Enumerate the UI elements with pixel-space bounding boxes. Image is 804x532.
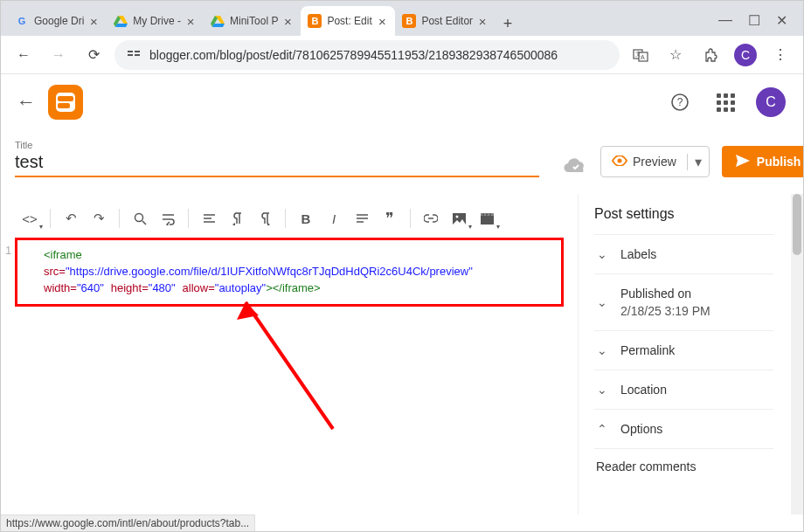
content-area: 1 <iframe src="https://drive.google.com/… [1, 194, 803, 515]
favicon-blogger: B [402, 14, 416, 28]
window-close-icon[interactable]: ✕ [776, 12, 787, 29]
favicon-drive [114, 14, 128, 28]
tab-label: Post: Edit [327, 15, 372, 27]
window-maximize-icon[interactable]: ☐ [748, 12, 760, 29]
browser-tab[interactable]: My Drive - × [107, 6, 204, 36]
chevron-up-icon: ⌃ [596, 422, 608, 436]
browser-menu-icon[interactable]: ⋮ [766, 41, 794, 69]
chevron-down-icon: ⌄ [596, 383, 608, 397]
title-label: Title [15, 140, 539, 150]
tab-label: My Drive - [133, 15, 181, 27]
preview-label: Preview [633, 155, 676, 169]
browser-status-bar: https://www.google.com/intl/en/about/pro… [1, 515, 255, 531]
settings-row-label: Permalink [620, 343, 675, 357]
send-icon [736, 155, 750, 169]
post-settings-panel: Post settings ⌄ Labels ⌄ Published on 2/… [578, 194, 791, 515]
html-editor[interactable]: 1 <iframe src="https://drive.google.com/… [1, 194, 578, 515]
settings-published-row[interactable]: ⌄ Published on 2/18/25 3:19 PM [594, 273, 773, 330]
settings-row-label: Options [620, 422, 662, 436]
site-info-icon[interactable] [127, 47, 141, 62]
eye-icon [612, 155, 627, 169]
app-back-button[interactable]: ← [17, 91, 36, 114]
bookmark-icon[interactable]: ☆ [662, 41, 690, 69]
chevron-down-icon: ⌄ [596, 247, 608, 261]
url-text: blogger.com/blog/post/edit/7810625789945… [149, 48, 558, 62]
extensions-icon[interactable] [697, 41, 724, 69]
new-tab-button[interactable]: + [496, 11, 520, 36]
address-bar[interactable]: blogger.com/blog/post/edit/7810625789945… [114, 40, 620, 70]
close-icon[interactable]: × [184, 14, 197, 29]
window-minimize-icon[interactable]: — [718, 12, 732, 29]
close-icon[interactable]: × [376, 14, 388, 29]
title-row: Title Preview ▾ Publish [1, 131, 803, 177]
settings-row-label: Labels [620, 247, 656, 261]
nav-back-button[interactable]: ← [10, 41, 38, 69]
browser-tab[interactable]: MiniTool P × [204, 6, 301, 36]
settings-location-row[interactable]: ⌄ Location [594, 370, 773, 409]
translate-icon[interactable]: 文A [627, 41, 655, 69]
settings-labels-row[interactable]: ⌄ Labels [594, 234, 773, 273]
tab-label: Post Editor [421, 15, 473, 27]
browser-tab[interactable]: G Google Dri × [8, 6, 107, 36]
apps-icon[interactable] [709, 86, 742, 119]
browser-tab-active[interactable]: B Post: Edit × [301, 6, 395, 36]
tab-label: Google Dri [34, 15, 84, 27]
settings-row-label: Location [620, 383, 667, 397]
svg-marker-5 [212, 24, 225, 27]
tab-label: MiniTool P [230, 15, 278, 27]
publish-button[interactable]: Publish [722, 146, 804, 177]
preview-button[interactable]: Preview ▾ [600, 146, 710, 177]
svg-rect-9 [135, 54, 140, 56]
settings-row-label: Published on [620, 287, 710, 301]
save-status-icon [564, 156, 588, 177]
settings-options-row[interactable]: ⌃ Options [594, 409, 773, 448]
post-settings-heading: Post settings [594, 194, 773, 234]
title-input[interactable] [15, 150, 539, 177]
nav-forward-button[interactable]: → [45, 41, 73, 69]
published-date: 2/18/25 3:19 PM [620, 304, 710, 318]
svg-point-16 [618, 159, 622, 163]
profile-button[interactable]: C [731, 41, 759, 69]
svg-marker-2 [115, 24, 128, 27]
browser-tab-strip: G Google Dri × My Drive - × MiniTool P ×… [1, 1, 803, 36]
line-number: 1 [0, 245, 11, 257]
app-header: ← ? C [1, 74, 803, 131]
chevron-down-icon: ⌄ [596, 295, 608, 309]
settings-permalink-row[interactable]: ⌄ Permalink [594, 330, 773, 370]
close-icon[interactable]: × [87, 14, 100, 29]
blogger-logo[interactable] [48, 85, 83, 120]
code-box[interactable]: <iframe src="https://drive.google.com/fi… [15, 238, 564, 307]
publish-label: Publish [757, 155, 801, 169]
close-icon[interactable]: × [476, 14, 489, 29]
browser-tab[interactable]: B Post Editor × [395, 6, 496, 36]
svg-rect-7 [135, 51, 140, 52]
svg-text:?: ? [677, 96, 683, 108]
chevron-down-icon: ⌄ [596, 343, 608, 357]
svg-text:A: A [641, 54, 645, 60]
browser-toolbar: ← → ⟳ blogger.com/blog/post/edit/7810625… [1, 36, 803, 74]
help-icon[interactable]: ? [663, 86, 697, 119]
favicon-google: G [15, 14, 29, 28]
reader-comments-label: Reader comments [594, 448, 773, 477]
title-field: Title [15, 140, 539, 177]
preview-dropdown[interactable]: ▾ [687, 154, 709, 170]
favicon-drive [211, 14, 225, 28]
close-icon[interactable]: × [281, 14, 294, 29]
nav-reload-button[interactable]: ⟳ [80, 41, 107, 69]
favicon-blogger: B [308, 14, 322, 28]
account-button[interactable]: C [754, 86, 787, 119]
svg-rect-8 [128, 54, 133, 56]
svg-rect-6 [128, 51, 133, 52]
